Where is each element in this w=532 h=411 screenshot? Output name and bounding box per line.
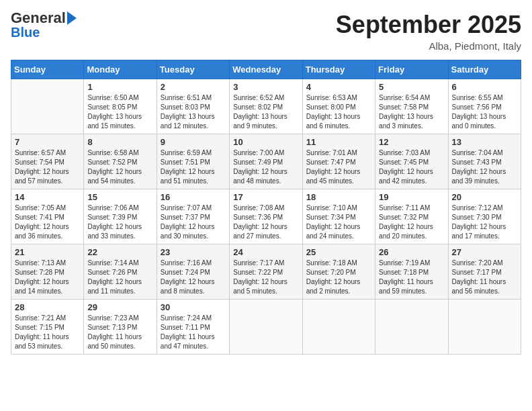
sunrise-text: Sunrise: 7:01 AM xyxy=(306,149,357,156)
calendar-cell: 14 Sunrise: 7:05 AM Sunset: 7:41 PM Dayl… xyxy=(11,189,84,244)
sunset-text: Sunset: 7:51 PM xyxy=(161,158,210,166)
cell-content: Sunrise: 7:03 AM Sunset: 7:45 PM Dayligh… xyxy=(379,148,444,186)
day-number: 21 xyxy=(15,247,80,257)
cell-content: Sunrise: 7:14 AM Sunset: 7:26 PM Dayligh… xyxy=(87,259,152,296)
day-number: 27 xyxy=(452,247,517,257)
calendar-cell: 11 Sunrise: 7:01 AM Sunset: 7:47 PM Dayl… xyxy=(302,134,375,189)
cell-content: Sunrise: 7:10 AM Sunset: 7:34 PM Dayligh… xyxy=(306,203,371,241)
daylight-text: Daylight: 12 hours and 51 minutes. xyxy=(161,168,215,185)
sunrise-text: Sunrise: 7:19 AM xyxy=(379,259,430,267)
cell-content: Sunrise: 7:18 AM Sunset: 7:20 PM Dayligh… xyxy=(306,259,371,296)
sunrise-text: Sunrise: 7:05 AM xyxy=(15,204,66,212)
calendar-cell: 30 Sunrise: 7:24 AM Sunset: 7:11 PM Dayl… xyxy=(157,300,229,355)
logo-blue: Blue xyxy=(11,26,40,39)
sunrise-text: Sunrise: 7:24 AM xyxy=(161,314,212,322)
cell-content: Sunrise: 6:54 AM Sunset: 7:58 PM Dayligh… xyxy=(379,93,444,131)
calendar-cell: 15 Sunrise: 7:06 AM Sunset: 7:39 PM Dayl… xyxy=(84,189,157,244)
cell-content: Sunrise: 7:13 AM Sunset: 7:28 PM Dayligh… xyxy=(15,259,80,296)
day-number: 24 xyxy=(233,247,298,257)
sunset-text: Sunset: 7:47 PM xyxy=(306,158,356,166)
sunrise-text: Sunrise: 7:04 AM xyxy=(452,149,503,156)
sunset-text: Sunset: 8:03 PM xyxy=(161,103,210,111)
logo-arrow-icon xyxy=(67,11,77,25)
day-number: 25 xyxy=(306,247,371,257)
daylight-text: Daylight: 13 hours and 6 minutes. xyxy=(306,113,361,130)
sunrise-text: Sunrise: 7:08 AM xyxy=(233,204,284,212)
cell-content: Sunrise: 7:24 AM Sunset: 7:11 PM Dayligh… xyxy=(161,314,226,351)
calendar-cell: 18 Sunrise: 7:10 AM Sunset: 7:34 PM Dayl… xyxy=(302,189,375,244)
sunrise-text: Sunrise: 6:59 AM xyxy=(161,149,212,156)
cell-content: Sunrise: 7:11 AM Sunset: 7:32 PM Dayligh… xyxy=(379,203,444,241)
day-number: 23 xyxy=(161,247,226,257)
sunrise-text: Sunrise: 7:14 AM xyxy=(87,259,138,267)
calendar-cell xyxy=(302,300,375,355)
day-number: 19 xyxy=(379,192,444,202)
sunrise-text: Sunrise: 7:07 AM xyxy=(161,204,212,212)
cell-content: Sunrise: 6:52 AM Sunset: 8:02 PM Dayligh… xyxy=(233,93,298,131)
daylight-text: Daylight: 12 hours and 39 minutes. xyxy=(452,168,506,185)
page-header: General Blue September 2025 Alba, Piedmo… xyxy=(11,11,521,52)
daylight-text: Daylight: 11 hours and 47 minutes. xyxy=(161,333,215,350)
day-number: 18 xyxy=(306,192,371,202)
sunrise-text: Sunrise: 7:20 AM xyxy=(452,259,503,267)
sunset-text: Sunset: 7:37 PM xyxy=(161,214,210,221)
cell-content: Sunrise: 7:23 AM Sunset: 7:13 PM Dayligh… xyxy=(87,314,152,351)
daylight-text: Daylight: 13 hours and 9 minutes. xyxy=(233,113,287,130)
weekday-header: Monday xyxy=(84,60,157,79)
day-number: 28 xyxy=(15,302,80,312)
cell-content: Sunrise: 6:59 AM Sunset: 7:51 PM Dayligh… xyxy=(161,148,226,186)
day-number: 11 xyxy=(306,137,371,147)
cell-content: Sunrise: 7:12 AM Sunset: 7:30 PM Dayligh… xyxy=(452,203,517,241)
daylight-text: Daylight: 12 hours and 57 minutes. xyxy=(15,168,69,185)
daylight-text: Daylight: 12 hours and 27 minutes. xyxy=(233,223,287,240)
calendar-cell: 12 Sunrise: 7:03 AM Sunset: 7:45 PM Dayl… xyxy=(375,134,448,189)
calendar-cell: 21 Sunrise: 7:13 AM Sunset: 7:28 PM Dayl… xyxy=(11,244,84,300)
cell-content: Sunrise: 6:50 AM Sunset: 8:05 PM Dayligh… xyxy=(87,93,152,131)
title-block: September 2025 Alba, Piedmont, Italy xyxy=(336,11,521,52)
cell-content: Sunrise: 7:04 AM Sunset: 7:43 PM Dayligh… xyxy=(452,148,517,186)
calendar-cell: 25 Sunrise: 7:18 AM Sunset: 7:20 PM Dayl… xyxy=(302,244,375,300)
daylight-text: Daylight: 12 hours and 5 minutes. xyxy=(233,278,287,295)
day-number: 9 xyxy=(161,137,226,147)
day-number: 22 xyxy=(87,247,152,257)
weekday-header: Saturday xyxy=(448,60,521,79)
calendar-week-row: 28 Sunrise: 7:21 AM Sunset: 7:15 PM Dayl… xyxy=(11,300,521,355)
calendar-week-row: 21 Sunrise: 7:13 AM Sunset: 7:28 PM Dayl… xyxy=(11,244,521,300)
calendar-cell: 4 Sunrise: 6:53 AM Sunset: 8:00 PM Dayli… xyxy=(302,79,375,134)
daylight-text: Daylight: 13 hours and 3 minutes. xyxy=(379,113,433,130)
day-number: 15 xyxy=(87,192,152,202)
daylight-text: Daylight: 12 hours and 30 minutes. xyxy=(161,223,215,240)
sunrise-text: Sunrise: 7:17 AM xyxy=(233,259,284,267)
calendar-cell xyxy=(11,79,84,134)
daylight-text: Daylight: 12 hours and 11 minutes. xyxy=(87,278,142,295)
sunset-text: Sunset: 7:11 PM xyxy=(161,324,210,331)
daylight-text: Daylight: 11 hours and 53 minutes. xyxy=(15,333,69,350)
calendar-cell: 6 Sunrise: 6:55 AM Sunset: 7:56 PM Dayli… xyxy=(448,79,521,134)
day-number: 29 xyxy=(87,302,152,312)
sunrise-text: Sunrise: 7:16 AM xyxy=(161,259,212,267)
logo-general: General xyxy=(11,11,66,26)
calendar-table: SundayMondayTuesdayWednesdayThursdayFrid… xyxy=(11,60,521,355)
month-title: September 2025 xyxy=(336,11,521,39)
calendar-cell: 19 Sunrise: 7:11 AM Sunset: 7:32 PM Dayl… xyxy=(375,189,448,244)
calendar-cell xyxy=(448,300,521,355)
sunrise-text: Sunrise: 7:06 AM xyxy=(87,204,138,212)
daylight-text: Daylight: 12 hours and 17 minutes. xyxy=(452,223,506,240)
cell-content: Sunrise: 7:08 AM Sunset: 7:36 PM Dayligh… xyxy=(233,203,298,241)
sunrise-text: Sunrise: 7:12 AM xyxy=(452,204,503,212)
calendar-cell: 29 Sunrise: 7:23 AM Sunset: 7:13 PM Dayl… xyxy=(84,300,157,355)
sunset-text: Sunset: 7:24 PM xyxy=(161,269,210,276)
daylight-text: Daylight: 11 hours and 56 minutes. xyxy=(452,278,506,295)
sunrise-text: Sunrise: 7:13 AM xyxy=(15,259,66,267)
sunrise-text: Sunrise: 6:51 AM xyxy=(161,94,212,101)
day-number: 13 xyxy=(452,137,517,147)
calendar-cell: 26 Sunrise: 7:19 AM Sunset: 7:18 PM Dayl… xyxy=(375,244,448,300)
day-number: 6 xyxy=(452,82,517,92)
sunrise-text: Sunrise: 7:10 AM xyxy=(306,204,357,212)
day-number: 16 xyxy=(161,192,226,202)
cell-content: Sunrise: 6:51 AM Sunset: 8:03 PM Dayligh… xyxy=(161,93,226,131)
sunset-text: Sunset: 7:39 PM xyxy=(87,214,137,221)
day-number: 10 xyxy=(233,137,298,147)
calendar-cell: 10 Sunrise: 7:00 AM Sunset: 7:49 PM Dayl… xyxy=(230,134,302,189)
day-number: 26 xyxy=(379,247,444,257)
